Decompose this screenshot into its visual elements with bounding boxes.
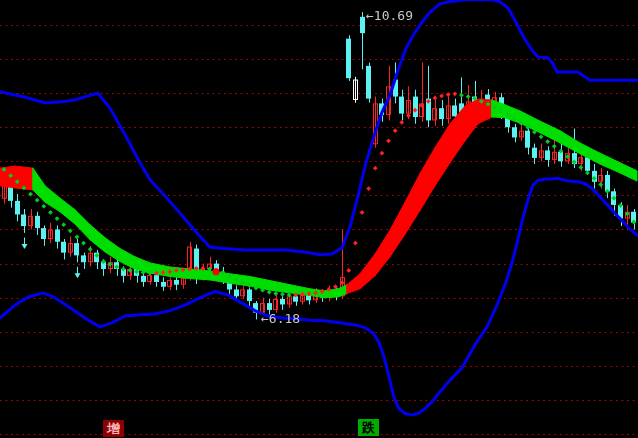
low-price-label: ←6.18 bbox=[261, 311, 300, 326]
die-fall-badge: 跌 bbox=[358, 419, 379, 436]
high-price-label: ←10.69 bbox=[366, 8, 413, 23]
zeng-increase-badge: 增 bbox=[103, 420, 124, 437]
stock-chart-panel: ←10.69 ←6.18 增 跌 bbox=[0, 0, 638, 438]
candlestick-chart-canvas[interactable] bbox=[0, 0, 638, 438]
